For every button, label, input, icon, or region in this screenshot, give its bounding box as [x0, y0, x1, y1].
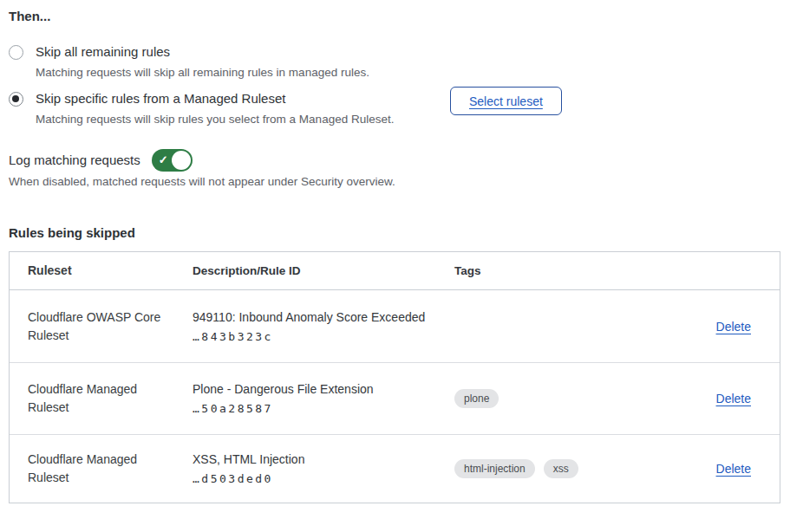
option-label[interactable]: Skip specific rules from a Managed Rules…	[36, 89, 394, 108]
toggle-knob	[172, 151, 191, 170]
check-icon: ✓	[159, 154, 168, 165]
tags-cell: plone	[454, 389, 663, 408]
column-header-ruleset: Ruleset	[10, 262, 193, 280]
ruleset-name: Cloudflare Managed Ruleset	[10, 451, 193, 487]
tag-badge: plone	[454, 389, 499, 408]
delete-rule-link[interactable]: Delete	[716, 462, 751, 476]
option-skip-specific-rules: Skip specific rules from a Managed Rules…	[9, 89, 394, 128]
table-row: Cloudflare Managed Ruleset Plone - Dange…	[10, 363, 780, 435]
actions-cell: Delete	[663, 319, 780, 334]
table-header-row: Ruleset Description/Rule ID Tags	[10, 252, 780, 290]
option-skip-all-rules: Skip all remaining rules Matching reques…	[9, 42, 369, 81]
rule-id: …50a28587	[193, 402, 441, 415]
rule-id: …843b323c	[193, 330, 441, 343]
rule-description-cell: 949110: Inbound Anomaly Score Exceeded ……	[193, 310, 454, 343]
tags-cell: html-injection xss	[454, 459, 663, 478]
rules-table-heading: Rules being skipped	[9, 225, 135, 240]
waf-rule-form: Then... Skip all remaining rules Matchin…	[0, 0, 790, 532]
column-header-description: Description/Rule ID	[193, 264, 454, 277]
delete-rule-link[interactable]: Delete	[716, 392, 751, 405]
ruleset-name: Cloudflare OWASP Core Ruleset	[10, 308, 193, 345]
actions-cell: Delete	[663, 391, 780, 406]
option-description: Matching requests will skip all remainin…	[36, 64, 369, 81]
radio-skip-all-rules[interactable]	[9, 45, 23, 60]
column-header-tags: Tags	[454, 264, 663, 277]
ruleset-name: Cloudflare Managed Ruleset	[10, 380, 193, 417]
rule-description: Plone - Dangerous File Extension	[193, 382, 441, 396]
log-matching-row: Log matching requests ✓	[9, 148, 193, 172]
then-heading: Then...	[9, 9, 50, 23]
log-matching-toggle[interactable]: ✓	[152, 149, 193, 172]
option-label[interactable]: Skip all remaining rules	[36, 42, 369, 62]
option-description: Matching requests will skip rules you se…	[36, 111, 394, 128]
rules-table: Ruleset Description/Rule ID Tags Cloudfl…	[9, 251, 780, 503]
log-matching-label: Log matching requests	[9, 152, 140, 167]
tag-badge: xss	[544, 459, 578, 478]
rule-description-cell: XSS, HTML Injection …d503ded0	[193, 452, 454, 485]
tag-badge: html-injection	[454, 459, 535, 478]
table-row: Cloudflare OWASP Core Ruleset 949110: In…	[10, 290, 780, 363]
log-matching-description: When disabled, matched requests will not…	[9, 175, 395, 188]
rule-description-cell: Plone - Dangerous File Extension …50a285…	[193, 382, 454, 415]
radio-skip-specific-rules[interactable]	[9, 92, 23, 107]
rule-description: XSS, HTML Injection	[193, 452, 441, 466]
rule-description: 949110: Inbound Anomaly Score Exceeded	[193, 310, 441, 324]
delete-rule-link[interactable]: Delete	[716, 320, 751, 334]
actions-cell: Delete	[663, 461, 780, 477]
rule-id: …d503ded0	[193, 472, 441, 485]
table-row: Cloudflare Managed Ruleset XSS, HTML Inj…	[10, 435, 780, 503]
select-ruleset-button[interactable]: Select ruleset	[450, 87, 562, 115]
